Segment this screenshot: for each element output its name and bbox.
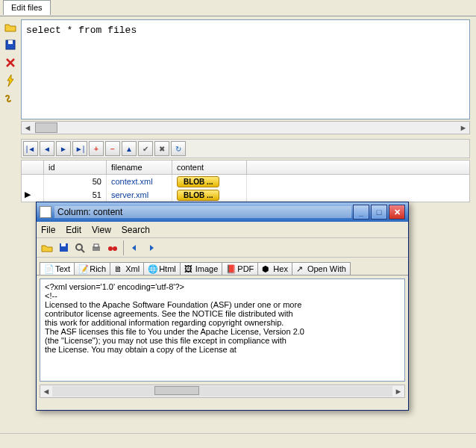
sql-horizontal-scrollbar[interactable]: ◄ ► bbox=[21, 121, 470, 134]
table-row[interactable]: ▶ 51 server.xml BLOB ... bbox=[22, 188, 469, 202]
scroll-thumb[interactable] bbox=[35, 122, 57, 133]
html-icon: 🌐 bbox=[148, 264, 157, 273]
tab-text[interactable]: 📄Text bbox=[40, 262, 75, 275]
openwith-icon: ↗ bbox=[296, 264, 305, 273]
svg-point-9 bbox=[113, 246, 117, 251]
header-handle bbox=[22, 161, 44, 174]
save-icon[interactable] bbox=[3, 37, 18, 52]
cell-content[interactable]: BLOB ... bbox=[172, 188, 247, 202]
lightning-icon[interactable] bbox=[3, 73, 18, 88]
scroll-left-icon[interactable]: ◄ bbox=[40, 387, 52, 396]
dialog-horizontal-scrollbar[interactable]: ◄ ► bbox=[40, 385, 405, 398]
content-line: the License. You may obtain a copy of th… bbox=[45, 345, 400, 354]
scroll-right-icon[interactable]: ► bbox=[392, 387, 404, 396]
open-folder-icon[interactable] bbox=[3, 19, 18, 34]
dialog-tabs: 📄Text 📝Rich 🗎Xml 🌐Html 🖼Image 📕PDF ⬢Hex … bbox=[37, 258, 408, 276]
menu-search[interactable]: Search bbox=[122, 225, 150, 235]
tab-edit-files[interactable]: Edit files bbox=[3, 0, 51, 15]
menu-view[interactable]: View bbox=[92, 225, 111, 235]
status-bar bbox=[0, 433, 476, 448]
rich-icon: 📝 bbox=[78, 264, 87, 273]
refresh-button[interactable]: ↻ bbox=[171, 141, 186, 156]
close-button[interactable]: ✕ bbox=[389, 205, 405, 220]
add-record-button[interactable]: + bbox=[89, 141, 104, 156]
cancel-button[interactable]: ✖ bbox=[154, 141, 169, 156]
image-icon: 🖼 bbox=[184, 264, 193, 273]
menu-file[interactable]: File bbox=[41, 225, 55, 235]
content-line: contributor license agreements. See the … bbox=[45, 309, 400, 318]
header-filename[interactable]: filename bbox=[107, 161, 172, 174]
search-icon[interactable] bbox=[72, 240, 87, 255]
grid-header: id filename content bbox=[22, 161, 469, 175]
blob-button[interactable]: BLOB ... bbox=[177, 176, 219, 187]
blob-button[interactable]: BLOB ... bbox=[177, 190, 219, 201]
tab-xml[interactable]: 🗎Xml bbox=[110, 262, 144, 275]
tab-hex[interactable]: ⬢Hex bbox=[257, 262, 292, 275]
content-line: <?xml version='1.0' encoding='utf-8'?> bbox=[45, 282, 400, 291]
script-icon[interactable] bbox=[3, 91, 18, 106]
tab-pdf[interactable]: 📕PDF bbox=[222, 262, 258, 275]
content-line: <!-- bbox=[45, 291, 400, 300]
cell-id[interactable]: 50 bbox=[44, 175, 107, 188]
content-line: (the "License"); you may not use this fi… bbox=[45, 336, 400, 345]
header-content[interactable]: content bbox=[172, 161, 247, 174]
tab-image[interactable]: 🖼Image bbox=[180, 262, 223, 275]
dialog-menu: File Edit View Search bbox=[37, 222, 408, 238]
tab-html[interactable]: 🌐Html bbox=[143, 262, 181, 275]
hex-icon: ⬢ bbox=[262, 264, 271, 273]
svg-rect-7 bbox=[94, 244, 98, 247]
forward-icon[interactable] bbox=[144, 240, 159, 255]
content-line: this work for additional information reg… bbox=[45, 318, 400, 327]
result-grid: id filename content 50 context.xml BLOB … bbox=[21, 160, 470, 202]
binoculars-icon[interactable] bbox=[105, 240, 120, 255]
tab-rich[interactable]: 📝Rich bbox=[74, 262, 110, 275]
column-content-dialog: Column: content _ □ ✕ File Edit View Sea… bbox=[36, 202, 409, 411]
svg-point-8 bbox=[108, 246, 113, 251]
scroll-right-icon[interactable]: ► bbox=[457, 123, 469, 132]
commit-button[interactable]: ✔ bbox=[138, 141, 153, 156]
content-line: Licensed to the Apache Software Foundati… bbox=[45, 300, 400, 309]
last-record-button[interactable]: ►| bbox=[72, 141, 87, 156]
record-nav-toolbar: |◄ ◄ ► ►| + − ▲ ✔ ✖ ↻ bbox=[21, 139, 470, 158]
save-icon[interactable] bbox=[56, 240, 71, 255]
text-icon: 📄 bbox=[44, 264, 53, 273]
remove-record-button[interactable]: − bbox=[105, 141, 120, 156]
up-button[interactable]: ▲ bbox=[122, 141, 137, 156]
dialog-toolbar bbox=[37, 238, 408, 258]
dialog-title: Column: content bbox=[54, 206, 351, 218]
svg-point-4 bbox=[76, 244, 82, 250]
tab-strip: Edit files bbox=[0, 0, 476, 16]
maximize-button[interactable]: □ bbox=[371, 205, 387, 220]
tab-openwith[interactable]: ↗Open With bbox=[292, 262, 351, 275]
content-line: The ASF licenses this file to You under … bbox=[45, 327, 400, 336]
next-record-button[interactable]: ► bbox=[56, 141, 71, 156]
print-icon[interactable] bbox=[89, 240, 104, 255]
delete-icon[interactable] bbox=[3, 55, 18, 70]
sql-editor[interactable]: select * from files bbox=[21, 19, 470, 119]
left-toolbar bbox=[0, 16, 21, 432]
scroll-left-icon[interactable]: ◄ bbox=[22, 123, 34, 132]
cell-id[interactable]: 51 bbox=[44, 188, 107, 202]
row-current-marker-icon: ▶ bbox=[25, 190, 31, 199]
back-icon[interactable] bbox=[128, 240, 143, 255]
prev-record-button[interactable]: ◄ bbox=[40, 141, 54, 156]
svg-line-5 bbox=[81, 249, 84, 252]
dialog-text-content[interactable]: <?xml version='1.0' encoding='utf-8'?> <… bbox=[40, 279, 405, 382]
minimize-button[interactable]: _ bbox=[353, 205, 369, 220]
table-row[interactable]: 50 context.xml BLOB ... bbox=[22, 175, 469, 188]
menu-edit[interactable]: Edit bbox=[66, 225, 81, 235]
open-icon[interactable] bbox=[40, 240, 54, 255]
header-id[interactable]: id bbox=[44, 161, 107, 174]
dialog-titlebar[interactable]: Column: content _ □ ✕ bbox=[37, 202, 408, 222]
dialog-icon bbox=[40, 206, 51, 218]
scroll-thumb[interactable] bbox=[154, 386, 199, 395]
cell-content[interactable]: BLOB ... bbox=[172, 175, 247, 188]
cell-filename[interactable]: server.xml bbox=[107, 188, 172, 202]
first-record-button[interactable]: |◄ bbox=[23, 141, 38, 156]
xml-icon: 🗎 bbox=[114, 264, 123, 273]
pdf-icon: 📕 bbox=[226, 264, 235, 273]
cell-filename[interactable]: context.xml bbox=[107, 175, 172, 188]
svg-rect-1 bbox=[8, 40, 13, 44]
svg-rect-3 bbox=[61, 243, 66, 246]
